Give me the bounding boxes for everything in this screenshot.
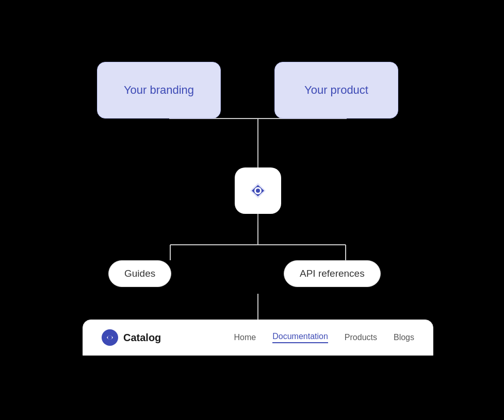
top-left-box-label: Your branding (124, 83, 194, 97)
top-right-box-label: Your product (304, 83, 368, 97)
brand: Catalog (102, 329, 161, 346)
diagram-wrapper: Your branding Your product Guides API re… (83, 62, 433, 361)
svg-point-11 (108, 335, 112, 340)
app-logo-icon (246, 179, 270, 203)
nav-link-home[interactable]: Home (234, 333, 256, 342)
logo-node (235, 167, 281, 214)
api-references-box: API references (284, 260, 381, 287)
svg-point-9 (256, 189, 260, 193)
guides-box: Guides (108, 260, 171, 287)
api-references-label: API references (300, 268, 365, 279)
nav-link-blogs[interactable]: Blogs (394, 333, 414, 342)
brand-name: Catalog (123, 332, 161, 344)
guides-label: Guides (124, 268, 155, 279)
top-left-box: Your branding (97, 62, 221, 119)
nav-links: Home Documentation Products Blogs (234, 332, 414, 343)
top-right-box: Your product (274, 62, 398, 119)
nav-link-products[interactable]: Products (345, 333, 377, 342)
navbar: Catalog Home Documentation Products Blog… (83, 320, 433, 356)
brand-logo-icon (102, 329, 118, 346)
nav-link-documentation[interactable]: Documentation (272, 332, 328, 343)
